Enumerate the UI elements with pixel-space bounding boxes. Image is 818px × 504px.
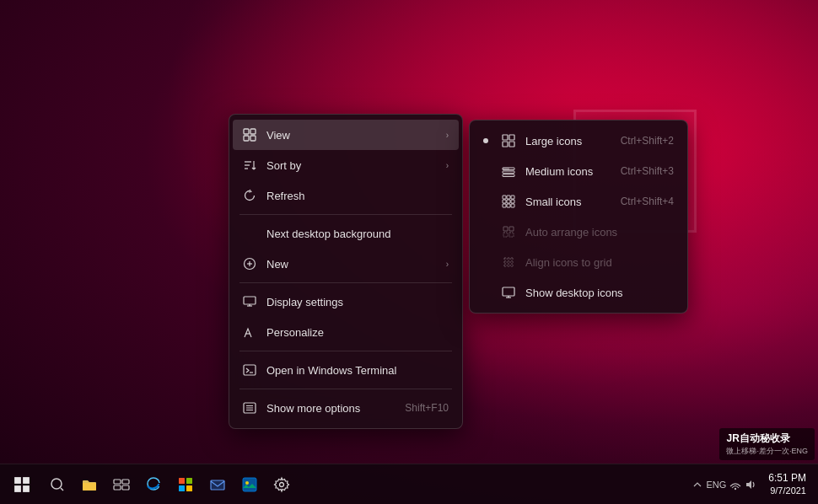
submenu-item-show-desktop[interactable]: Show desktop icons [470,277,687,308]
display-icon [243,295,256,308]
system-tray: ENG 6:51 PM 9/7/2021 [687,469,811,500]
svg-rect-62 [186,478,192,484]
svg-rect-61 [179,478,185,484]
context-menu: View › Large icons Ctrl+Shift+2 [229,114,463,429]
svg-rect-18 [503,204,506,207]
svg-rect-58 [122,480,129,484]
svg-rect-9 [503,168,509,170]
terminal-label: Open in Windows Terminal [266,364,449,377]
svg-rect-6 [503,142,508,147]
svg-point-68 [280,482,284,486]
sort-icon [243,158,256,172]
medium-icons-label: Medium icons [525,165,611,178]
refresh-label: Refresh [266,190,449,202]
svg-point-69 [735,487,736,489]
svg-rect-11 [503,174,514,177]
svg-rect-19 [507,204,510,207]
svg-rect-63 [179,485,185,491]
menu-item-more-options[interactable]: Show more options Shift+F10 [229,393,462,423]
menu-item-personalize[interactable]: Personalize [229,317,462,347]
sort-arrow: › [446,161,449,170]
align-grid-icon [502,255,515,269]
active-dot [483,138,488,143]
menu-item-display[interactable]: Display settings [229,287,462,317]
watermark-logo: JR自动秘收录 [726,432,808,446]
svg-rect-53 [23,485,30,492]
settings-button[interactable] [266,469,297,500]
tray-icons[interactable]: ENG [687,469,761,500]
tray-chevron-icon [692,480,702,490]
svg-point-54 [51,479,62,489]
svg-rect-23 [503,233,508,237]
svg-rect-4 [503,135,508,140]
submenu-item-align-grid: Align icons to grid [470,247,687,277]
store-button[interactable] [170,469,201,500]
small-icons-icon [502,195,515,208]
auto-arrange-icon [502,225,515,239]
show-desktop-icon [502,286,515,299]
menu-item-terminal[interactable]: Open in Windows Terminal [229,355,462,385]
tray-lang: ENG [706,480,726,490]
submenu-item-auto-arrange: Auto arrange icons [470,217,687,247]
svg-rect-31 [503,287,514,296]
menu-item-refresh[interactable]: Refresh [229,180,462,211]
new-arrow: › [446,260,449,269]
svg-rect-7 [509,142,514,147]
edge-button[interactable] [138,469,169,500]
taskbar: ENG 6:51 PM 9/7/2021 [0,464,818,504]
svg-rect-13 [507,196,510,199]
menu-item-view[interactable]: View › Large icons Ctrl+Shift+2 [233,120,459,150]
view-icon [243,128,256,142]
separator-3 [239,351,452,351]
submenu-item-medium-icons[interactable]: Medium icons Ctrl+Shift+3 [470,156,687,186]
separator-4 [239,389,452,389]
search-button[interactable] [42,469,73,500]
svg-rect-24 [509,233,514,237]
svg-rect-64 [186,485,192,491]
personalize-icon [243,325,256,339]
small-icons-label: Small icons [525,196,611,208]
file-explorer-button[interactable] [74,469,105,500]
task-view-button[interactable] [106,469,137,500]
new-icon [243,257,256,271]
svg-rect-21 [503,227,508,231]
svg-rect-3 [250,136,256,141]
svg-rect-1 [250,129,256,134]
svg-rect-52 [14,485,21,492]
menu-item-sort[interactable]: Sort by › [229,150,462,180]
menu-item-next-bg[interactable]: Next desktop background [229,218,462,249]
svg-rect-40 [244,297,256,304]
svg-rect-15 [503,200,506,203]
svg-rect-0 [244,129,249,134]
start-button[interactable] [7,469,37,500]
align-grid-label: Align icons to grid [525,256,674,269]
svg-rect-22 [509,227,514,231]
medium-icons-shortcut: Ctrl+Shift+3 [621,165,674,177]
photos-button[interactable] [234,469,265,500]
submenu-item-small-icons[interactable]: Small icons Ctrl+Shift+4 [470,186,687,217]
svg-rect-10 [503,171,514,174]
more-options-shortcut: Shift+F10 [405,402,449,414]
menu-item-new[interactable]: New › [229,249,462,279]
svg-rect-60 [122,485,129,490]
mail-button[interactable] [202,469,233,500]
svg-rect-56 [83,483,96,491]
submenu-item-large-icons[interactable]: Large icons Ctrl+Shift+2 [470,126,687,156]
show-desktop-label: Show desktop icons [525,287,674,299]
large-icons-shortcut: Ctrl+Shift+2 [621,135,674,147]
next-bg-icon [243,227,256,240]
network-icon [729,479,741,491]
svg-rect-44 [244,365,256,375]
tray-time-date[interactable]: 6:51 PM 9/7/2021 [763,472,811,497]
medium-icons-icon [502,164,515,178]
svg-rect-2 [244,136,249,141]
more-options-label: Show more options [266,402,395,415]
svg-rect-20 [511,204,514,207]
watermark: JR自动秘收录 微上移梯·差分一次·ENG [719,428,815,460]
large-icons-icon [502,134,515,147]
view-label: View [266,129,436,142]
svg-rect-65 [211,480,224,490]
watermark-subtitle: 微上移梯·差分一次·ENG [726,446,808,457]
separator-1 [239,214,452,215]
separator-2 [239,282,452,283]
